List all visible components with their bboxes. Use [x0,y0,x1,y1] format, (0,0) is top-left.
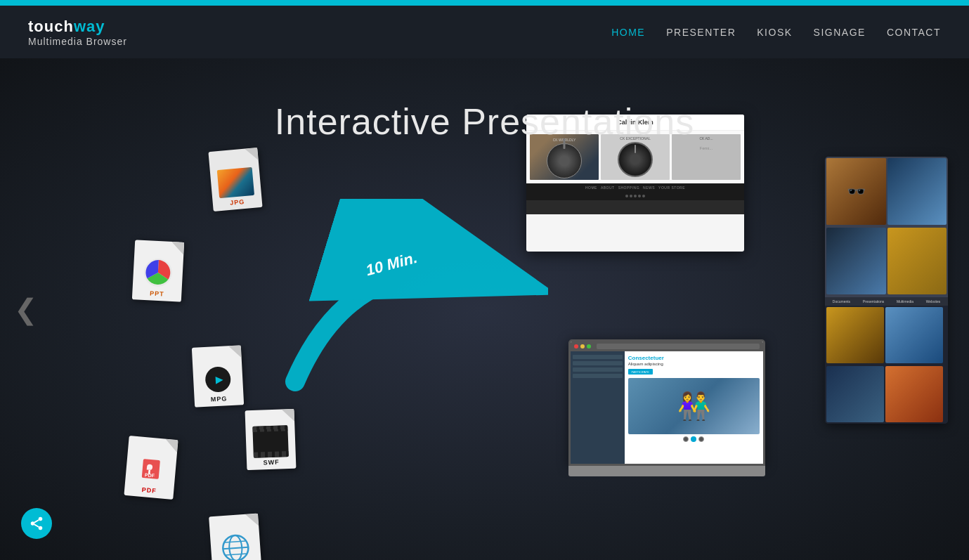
right-panel-bottom-grid [825,306,948,424]
dot-3 [634,195,637,197]
doc-shape-pdf: PDF PDF [124,436,178,500]
dot-left [683,436,689,442]
toolbar-close [574,344,578,349]
logo-area: touchway Multimedia Browser [28,18,127,47]
panel-image-4 [887,228,947,294]
panel-label-media: Multimedia [897,299,913,304]
header: touchway Multimedia Browser HOME PRESENT… [0,6,969,58]
swf-film-icon [252,425,289,458]
jpg-label: JPG [230,198,245,207]
panel-image-3 [826,228,886,294]
carousel-prev-button[interactable]: ❮ [14,293,38,325]
pdf-icon-svg: PDF [136,455,166,483]
screens-area: Calvin Klein CK WORLDLY CK EXCEPTIONAL [526,115,948,522]
monitor-dots [625,195,645,197]
file-icon-www: WWW [209,514,262,560]
logo-way: way [74,18,105,35]
share-button[interactable] [21,508,52,539]
conversion-arrow [253,199,548,410]
svg-line-12 [34,520,39,523]
laptop-content: Consectetuer Aliquam adipiscing PARTICIP… [571,351,763,466]
laptop-btn-1: PARTICIPATE [628,369,653,375]
couple-emoji: 👫 [677,391,710,422]
nav-signage[interactable]: SIGNAGE [814,27,866,38]
logo-brand: touchway [28,18,127,36]
logo-subtitle: Multimedia Browser [28,36,127,47]
monitor-speaker-area [526,192,744,200]
pdf-label: PDF [141,486,157,495]
sidebar-item-2 [573,361,623,365]
doc-shape-mpg: MPG [192,345,244,408]
sidebar-item-1 [573,355,623,359]
panel-thumb-1 [826,307,884,363]
svg-text:PDF: PDF [145,472,155,478]
dot-2 [630,195,632,197]
panel-label-docs: Documents [833,299,850,304]
laptop-screen: Consectetuer Aliquam adipiscing PARTICIP… [568,339,765,466]
ck-nav-bar: HOME ABOUT SHOPPING NEWS YOUR STORE [526,183,744,192]
dot-4 [638,195,641,197]
dot-right [698,436,704,442]
laptop-base [568,466,765,476]
panel-thumb-2 [885,307,943,363]
laptop-content-subtitle: Aliquam adipiscing [628,362,760,366]
laptop-mockup: Consectetuer Aliquam adipiscing PARTICIP… [568,339,765,494]
arrow-area: 10 Min. [253,199,548,410]
panel-thumb-3 [826,366,884,422]
ck-nav-1: HOME [585,185,597,190]
file-icon-swf: SWF [245,409,297,470]
panel-label-pres: Presentations [863,299,885,304]
dot-1 [625,195,628,197]
laptop-main-content: Consectetuer Aliquam adipiscing PARTICIP… [625,351,763,466]
svg-line-11 [34,524,39,527]
ck-nav-3: SHOPPING [618,185,639,190]
top-accent-bar [0,0,969,6]
carousel-dots [628,436,760,442]
laptop-content-title: Consectetuer [628,355,760,361]
main-nav: HOME PRESENTER KIOSK SIGNAGE CONTACT [611,27,941,38]
laptop-hero-image: 👫 [628,378,760,434]
doc-shape-ppt: PPT [132,240,184,302]
mpg-label: MPG [211,395,228,403]
nav-kiosk[interactable]: KIOSK [757,27,792,38]
sidebar-item-3 [573,367,623,372]
nav-home[interactable]: HOME [611,27,645,38]
panel-thumb-4 [885,366,943,422]
www-globe-icon [219,531,252,560]
ck-nav-4: NEWS [643,185,655,190]
svg-line-6 [226,553,247,554]
file-icon-pdf: PDF PDF [124,436,178,500]
right-panel-top-grid: 🕶️ [825,157,948,297]
dot-5 [642,195,645,197]
svg-line-4 [223,547,248,549]
ck-fem-label: Femi... [674,146,739,150]
doc-shape-swf: SWF [245,409,297,470]
svg-point-8 [39,517,43,521]
panel-person-1: 🕶️ [847,183,866,201]
jpg-thumbnail [217,167,254,197]
toolbar-minimize [580,344,585,349]
doc-shape-www: WWW [209,514,262,560]
nav-contact[interactable]: CONTACT [887,27,941,38]
panel-image-2 [887,158,947,225]
laptop-buttons: PARTICIPATE [628,369,760,375]
mpg-play-icon [204,366,231,393]
sidebar-item-4 [573,374,623,378]
svg-line-5 [225,540,246,542]
ppt-label: PPT [150,289,164,297]
dot-center [691,436,696,442]
ck-nav-2: ABOUT [601,185,615,190]
laptop-sidebar [571,351,625,466]
nav-presenter[interactable]: PRESENTER [666,27,736,38]
panel-image-1: 🕶️ [826,158,886,225]
svg-point-9 [31,521,35,526]
toolbar-maximize [587,344,591,349]
file-icon-ppt: PPT [132,240,184,302]
share-icon [29,516,44,531]
laptop-addressbar [597,344,760,349]
logo-touch: touch [28,18,74,35]
hero-title: Interactive Presentations [275,100,694,143]
laptop-toolbar [571,341,763,351]
right-panel-labels: Documents Presentations Multimedia Websi… [825,297,948,306]
hero-section: Interactive Presentations ❮ JPG PPT [0,58,969,560]
